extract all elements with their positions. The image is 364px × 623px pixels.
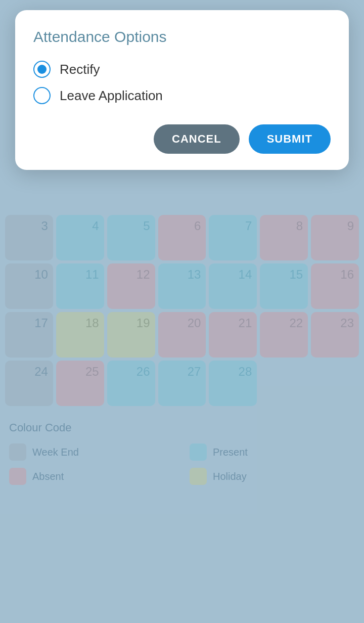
attendance-options-dialog: Attendance Options RectifyLeave Applicat… — [15, 10, 349, 170]
radio-option-rectify[interactable]: Rectify — [33, 61, 331, 78]
radio-circle-leave_application — [33, 87, 51, 104]
radio-circle-rectify — [33, 61, 51, 78]
dialog-title: Attendance Options — [33, 28, 331, 46]
radio-group: RectifyLeave Application — [33, 61, 331, 104]
radio-label-leave_application: Leave Application — [60, 88, 163, 104]
dialog-actions: CANCEL SUBMIT — [33, 124, 331, 154]
radio-label-rectify: Rectify — [60, 62, 100, 77]
submit-button[interactable]: SUBMIT — [249, 124, 331, 154]
cancel-button[interactable]: CANCEL — [154, 124, 240, 154]
modal-overlay: Attendance Options RectifyLeave Applicat… — [0, 0, 364, 623]
radio-option-leave_application[interactable]: Leave Application — [33, 87, 331, 104]
